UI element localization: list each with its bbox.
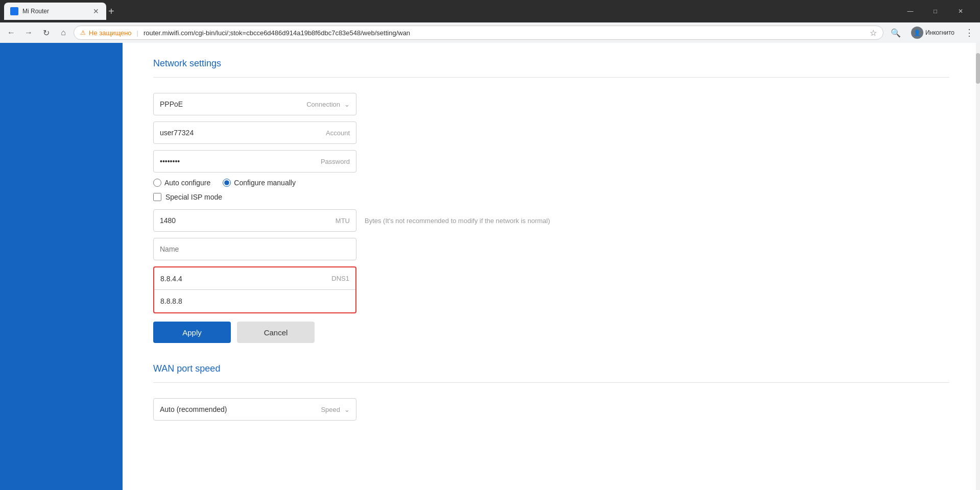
- bookmark-icon[interactable]: ☆: [870, 28, 877, 38]
- auto-configure-option[interactable]: Auto configure: [153, 179, 210, 187]
- tab-bar: Mi Router ✕ +: [4, 0, 895, 22]
- window-controls: — □ ✕: [899, 4, 972, 19]
- wan-speed-dropdown-right: Speed ⌄: [321, 406, 350, 413]
- configure-radio-row: Auto configure Configure manually: [153, 179, 572, 187]
- profile-button[interactable]: 👤 Инкогнито: [907, 24, 959, 41]
- browser-menu-button[interactable]: ⋮: [963, 25, 976, 40]
- back-button[interactable]: ←: [4, 26, 18, 40]
- mtu-input[interactable]: [160, 216, 336, 225]
- mtu-label: MTU: [336, 217, 350, 225]
- address-icons: 🔍 👤 Инкогнито ⋮: [889, 24, 976, 41]
- name-input[interactable]: [160, 245, 350, 253]
- auto-configure-radio[interactable]: [153, 179, 161, 187]
- connection-type-value: PPPoE: [160, 100, 183, 108]
- configure-manually-radio[interactable]: [223, 179, 231, 187]
- dns1-input[interactable]: [160, 275, 331, 283]
- account-label: Account: [326, 129, 350, 137]
- minimize-button[interactable]: —: [899, 4, 922, 19]
- page-wrapper: Network settings PPPoE Connection ⌄ Acco…: [0, 43, 980, 490]
- form-container: PPPoE Connection ⌄ Account Password: [153, 93, 572, 343]
- wan-port-speed-title: WAN port speed: [153, 363, 949, 374]
- special-isp-row: Special ISP mode: [153, 193, 572, 201]
- dns1-row: DNS1: [154, 267, 355, 290]
- scrollbar-thumb[interactable]: [976, 53, 980, 84]
- security-icon: ⚠: [80, 29, 86, 36]
- connection-type-dropdown[interactable]: PPPoE Connection ⌄: [153, 93, 356, 115]
- dns-highlighted-box: DNS1: [153, 266, 356, 313]
- maximize-button[interactable]: □: [924, 4, 947, 19]
- wan-speed-value: Auto (recommended): [160, 405, 227, 413]
- dropdown-right: Connection ⌄: [306, 101, 350, 108]
- password-label: Password: [321, 158, 350, 165]
- url-separator: |: [137, 29, 138, 37]
- wan-chevron-down-icon: ⌄: [344, 406, 350, 413]
- tab-title: Mi Router: [22, 8, 88, 15]
- account-input[interactable]: [160, 129, 326, 137]
- search-icon-button[interactable]: 🔍: [889, 26, 903, 40]
- scrollbar[interactable]: [976, 43, 980, 490]
- network-settings-title: Network settings: [153, 58, 949, 69]
- wan-speed-label: Speed: [321, 406, 340, 413]
- configure-manually-label: Configure manually: [234, 179, 296, 187]
- avatar: 👤: [911, 27, 923, 39]
- name-field-wrapper: [153, 238, 356, 260]
- mtu-row: MTU Bytes (It's not recommended to modif…: [153, 209, 572, 232]
- wan-speed-dropdown[interactable]: Auto (recommended) Speed ⌄: [153, 398, 356, 421]
- address-bar-row: ← → ↻ ⌂ ⚠ Не защищено | router.miwifi.co…: [0, 22, 980, 43]
- sidebar: [0, 43, 123, 490]
- home-button[interactable]: ⌂: [56, 26, 70, 40]
- url-text: router.miwifi.com/cgi-bin/luci/;stok=cbc…: [144, 29, 867, 37]
- section-divider: [153, 77, 949, 78]
- mtu-field-wrapper: MTU: [153, 209, 356, 232]
- network-settings-section: Network settings PPPoE Connection ⌄ Acco…: [123, 58, 980, 343]
- chevron-down-icon: ⌄: [344, 101, 350, 108]
- wan-divider: [153, 382, 949, 383]
- forward-button[interactable]: →: [21, 26, 36, 40]
- main-content: Network settings PPPoE Connection ⌄ Acco…: [123, 43, 980, 490]
- profile-label: Инкогнито: [925, 29, 954, 36]
- reload-button[interactable]: ↻: [39, 26, 53, 40]
- password-field-wrapper: Password: [153, 150, 356, 173]
- apply-button[interactable]: Apply: [153, 322, 231, 343]
- configure-manually-option[interactable]: Configure manually: [223, 179, 296, 187]
- dns1-label: DNS1: [331, 275, 349, 282]
- address-bar[interactable]: ⚠ Не защищено | router.miwifi.com/cgi-bi…: [74, 26, 883, 40]
- wan-port-speed-section: WAN port speed Auto (recommended) Speed …: [123, 363, 980, 421]
- tab-favicon: [10, 7, 18, 15]
- button-row: Apply Cancel: [153, 322, 572, 343]
- mtu-hint: Bytes (It's not recommended to modify if…: [365, 217, 550, 225]
- special-isp-label: Special ISP mode: [165, 193, 222, 201]
- dns2-row: [154, 290, 355, 312]
- dns2-input[interactable]: [160, 297, 349, 305]
- browser-chrome: Mi Router ✕ + — □ ✕: [0, 0, 980, 22]
- account-field-wrapper: Account: [153, 121, 356, 144]
- connection-label: Connection: [306, 101, 340, 108]
- cancel-button[interactable]: Cancel: [237, 322, 315, 343]
- password-input[interactable]: [160, 157, 321, 165]
- special-isp-checkbox[interactable]: [153, 193, 161, 201]
- auto-configure-label: Auto configure: [164, 179, 210, 187]
- new-tab-button[interactable]: +: [108, 6, 114, 17]
- security-label: Не защищено: [89, 29, 132, 37]
- close-window-button[interactable]: ✕: [949, 4, 972, 19]
- active-tab[interactable]: Mi Router ✕: [4, 3, 106, 20]
- tab-close-button[interactable]: ✕: [92, 6, 100, 16]
